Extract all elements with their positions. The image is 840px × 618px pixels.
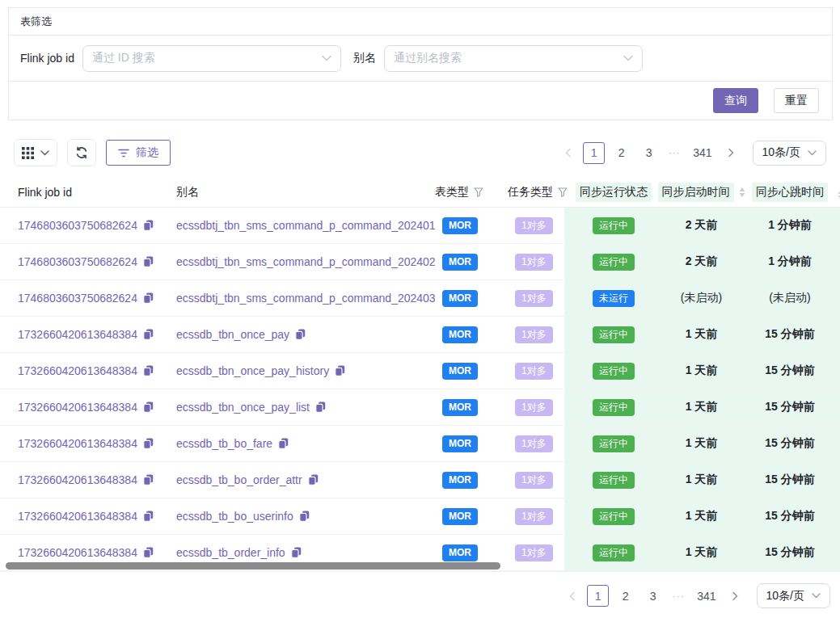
page-button-341[interactable]: 341	[689, 142, 715, 164]
sync-start-time-cell: 1 天前	[663, 436, 740, 451]
page-ellipsis[interactable]: ···	[669, 591, 687, 602]
refresh-button[interactable]	[67, 139, 96, 166]
filter-button[interactable]: 筛选	[106, 140, 171, 166]
page-button-341[interactable]: 341	[693, 585, 720, 607]
start-time-value: (未启动)	[681, 291, 722, 305]
job-id-link[interactable]: 1732660420613648384	[18, 401, 137, 414]
next-page-button[interactable]	[722, 142, 741, 163]
copy-icon[interactable]	[335, 365, 345, 376]
alias-link[interactable]: ecssdb_tbn_once_pay_history	[176, 364, 329, 377]
job-id-link[interactable]: 1746803603750682624	[18, 255, 137, 268]
prev-page-button[interactable]	[562, 586, 581, 607]
copy-icon[interactable]	[143, 438, 154, 449]
sync-start-time-cell: 1 天前	[663, 545, 740, 560]
task-type-badge: 1对多	[515, 472, 553, 489]
job-id-link[interactable]: 1732660420613648384	[18, 364, 137, 377]
page-size-select[interactable]: 10条/页	[757, 583, 830, 608]
column-settings-button[interactable]	[14, 139, 57, 166]
copy-icon[interactable]	[278, 438, 289, 449]
copy-icon[interactable]	[291, 547, 302, 558]
filter-funnel-icon[interactable]	[474, 187, 483, 197]
table-type-badge: MOR	[442, 363, 478, 380]
copy-icon[interactable]	[143, 511, 154, 522]
table-row: 1746803603750682624 ecssdbtj_tbn_sms_com…	[0, 244, 840, 280]
chevron-down-icon	[623, 55, 633, 61]
task-type-badge: 1对多	[515, 326, 553, 343]
query-button[interactable]: 查询	[713, 88, 758, 113]
alias-link[interactable]: ecssdb_tb_bo_userinfo	[176, 510, 293, 523]
heartbeat-time-value: 15 分钟前	[765, 509, 814, 523]
table-type-cell: MOR	[435, 217, 508, 234]
job-id-link[interactable]: 1746803603750682624	[18, 292, 137, 305]
sync-status-cell: 运行中	[564, 363, 663, 380]
horizontal-scrollbar[interactable]	[0, 561, 840, 570]
alias-link[interactable]: ecssdbtj_tbn_sms_command_p_command_20240…	[176, 255, 435, 268]
task-type-cell: 1对多	[508, 508, 564, 525]
flink-job-id-select[interactable]: 通过 ID 搜索	[82, 45, 341, 72]
status-badge: 运行中	[593, 254, 635, 271]
table-type-cell: MOR	[435, 435, 508, 452]
filter-button-label: 筛选	[136, 145, 158, 160]
status-badge: 运行中	[593, 508, 635, 525]
alias-link[interactable]: ecssdb_tbn_once_pay_list	[176, 401, 310, 414]
alias-select[interactable]: 通过别名搜索	[384, 45, 643, 72]
sync-heartbeat-time-cell: 1 分钟前	[740, 218, 840, 233]
table-row: 1732660420613648384 ecssdb_tb_bo_userinf…	[0, 498, 840, 535]
prev-page-button[interactable]	[558, 142, 577, 163]
task-type-cell: 1对多	[508, 326, 564, 343]
page-button-2[interactable]: 2	[614, 585, 636, 607]
copy-icon[interactable]	[143, 256, 154, 267]
job-id-link[interactable]: 1732660420613648384	[18, 437, 137, 450]
copy-icon[interactable]	[143, 401, 154, 413]
alias-link[interactable]: ecssdb_tb_order_info	[176, 546, 285, 559]
copy-icon[interactable]	[143, 474, 154, 486]
reset-button[interactable]: 重置	[774, 88, 819, 113]
copy-icon[interactable]	[143, 220, 154, 231]
page-button-3[interactable]: 3	[638, 142, 660, 164]
scrollbar-thumb[interactable]	[6, 562, 500, 570]
job-id-link[interactable]: 1732660420613648384	[18, 473, 137, 486]
task-type-badge: 1对多	[515, 508, 553, 525]
alias-cell: ecssdb_tbn_once_pay_list	[176, 401, 435, 414]
job-id-link[interactable]: 1732660420613648384	[18, 546, 137, 559]
copy-icon[interactable]	[308, 474, 319, 486]
page-size-select[interactable]: 10条/页	[753, 141, 826, 166]
alias-link[interactable]: ecssdbtj_tbn_sms_command_p_command_20240…	[176, 292, 435, 305]
copy-icon[interactable]	[143, 547, 154, 558]
job-id-link[interactable]: 1732660420613648384	[18, 328, 137, 341]
copy-icon[interactable]	[143, 365, 154, 376]
page-button-1[interactable]: 1	[587, 585, 609, 607]
page-ellipsis[interactable]: ···	[665, 147, 683, 158]
job-id-link[interactable]: 1746803603750682624	[18, 219, 137, 232]
job-id-link[interactable]: 1732660420613648384	[18, 510, 137, 523]
alias-link[interactable]: ecssdb_tbn_once_pay	[176, 328, 289, 341]
alias-cell: ecssdb_tb_bo_userinfo	[176, 510, 435, 523]
alias-cell: ecssdbtj_tbn_sms_command_p_command_20240…	[176, 292, 435, 305]
page-button-1[interactable]: 1	[583, 142, 605, 164]
copy-icon[interactable]	[299, 511, 310, 522]
sync-status-cell: 运行中	[564, 217, 663, 234]
copy-icon[interactable]	[315, 401, 326, 413]
filter-panel-title: 表筛选	[20, 15, 52, 29]
alias-link[interactable]: ecssdb_tb_bo_order_attr	[176, 473, 302, 486]
heartbeat-time-value: 15 分钟前	[765, 327, 814, 342]
copy-icon[interactable]	[143, 329, 154, 340]
task-type-badge: 1对多	[515, 435, 553, 452]
next-page-button[interactable]	[726, 586, 745, 607]
alias-cell: ecssdbtj_tbn_sms_command_p_command_20240…	[176, 219, 435, 232]
alias-link[interactable]: ecssdb_tb_bo_fare	[176, 437, 272, 450]
task-type-cell: 1对多	[508, 254, 564, 271]
data-table: Flink job id 别名 表类型 任务类型 同步运行状态 同步启动时间 同…	[0, 177, 840, 572]
alias-link[interactable]: ecssdbtj_tbn_sms_command_p_command_20240…	[176, 219, 435, 232]
copy-icon[interactable]	[143, 292, 154, 304]
sync-heartbeat-time-cell: 15 分钟前	[740, 327, 840, 342]
page-button-3[interactable]: 3	[642, 585, 664, 607]
filter-panel-footer: 查询 重置	[9, 82, 832, 120]
table-type-badge: MOR	[442, 326, 478, 343]
copy-icon[interactable]	[295, 329, 306, 340]
table-type-badge: MOR	[442, 508, 478, 525]
page-button-2[interactable]: 2	[610, 142, 632, 164]
table-row: 1732660420613648384 ecssdb_tb_bo_fare MO…	[0, 426, 840, 462]
task-type-badge: 1对多	[515, 363, 553, 380]
sync-start-time-cell: (未启动)	[663, 291, 740, 305]
